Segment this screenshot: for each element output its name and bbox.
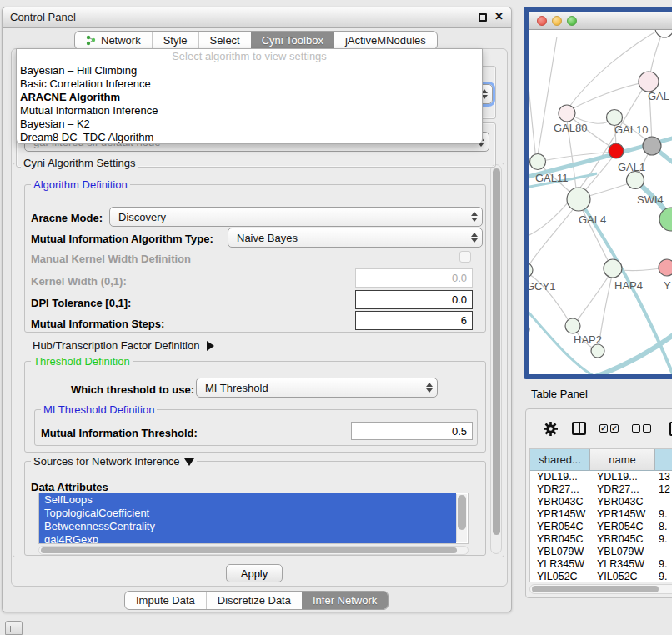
dropdown-item[interactable]: Bayesian – K2: [17, 118, 482, 131]
column-header-partial[interactable]: [655, 449, 672, 471]
which-threshold-label: Which threshold to use:: [71, 383, 194, 396]
tab-cyni-toolbox[interactable]: Cyni Toolbox: [251, 32, 334, 49]
tab-discretize-data[interactable]: Discretize Data: [206, 592, 302, 609]
which-threshold-combobox[interactable]: MI Threshold: [196, 378, 438, 398]
dpi-tolerance-field[interactable]: [355, 290, 473, 309]
float-panel-icon[interactable]: [479, 13, 487, 22]
svg-text:Y: Y: [664, 279, 671, 292]
tab-impute-data[interactable]: Impute Data: [125, 592, 206, 609]
hub-definition-toggle[interactable]: Hub/Transcription Factor Definition: [33, 339, 214, 352]
dropdown-item[interactable]: Mutual Information Inference: [17, 104, 482, 118]
table-row[interactable]: YIL052C YIL052C 9.: [530, 571, 672, 582]
manual-kernel-width-checkbox[interactable]: [459, 251, 471, 262]
minimize-window-icon[interactable]: [552, 16, 562, 26]
tab-jactivemnodules[interactable]: jActiveMNodules: [334, 32, 437, 49]
zoom-window-icon[interactable]: [567, 16, 577, 26]
collapse-down-icon[interactable]: [184, 458, 194, 466]
screen: Control Panel ✕ Network Style Select Cyn…: [0, 0, 672, 635]
node-table: shared... name YDL19... YDL19... 13 YDR2…: [529, 448, 672, 582]
columns-icon[interactable]: [572, 422, 586, 435]
table-row[interactable]: YBR043C YBR043C: [530, 496, 672, 508]
sources-title: Sources for Network Inference: [33, 455, 180, 468]
mi-algorithm-type-label: Mutual Information Algorithm Type:: [31, 232, 213, 245]
mi-steps-field[interactable]: [355, 311, 473, 330]
close-window-icon[interactable]: [537, 16, 547, 26]
network-node-hap4[interactable]: [604, 259, 622, 278]
algorithm-dropdown-popup: Select algorithm to view settings Bayesi…: [16, 48, 483, 144]
list-vertical-scrollbar[interactable]: [456, 494, 467, 542]
aracne-mode-label: Aracne Mode:: [31, 212, 103, 224]
table-row[interactable]: YPR145W YPR145W 9.: [530, 508, 672, 521]
column-header-name[interactable]: name: [590, 449, 655, 471]
expand-right-icon: [207, 341, 214, 351]
which-threshold-value: MI Threshold: [205, 382, 268, 394]
column-header-shared-name[interactable]: shared...: [530, 449, 590, 471]
aracne-mode-combobox[interactable]: Discovery: [109, 207, 483, 227]
network-node-y[interactable]: [659, 259, 672, 276]
svg-text:HAP2: HAP2: [574, 333, 602, 346]
network-node[interactable]: [591, 344, 604, 358]
tab-select[interactable]: Select: [198, 32, 251, 49]
network-node-gcy1[interactable]: [529, 262, 533, 278]
table-header-row: shared... name: [530, 449, 672, 471]
data-attributes-list[interactable]: SelfLoops TopologicalCoefficient Between…: [38, 492, 469, 544]
svg-text:SWI4: SWI4: [637, 193, 664, 206]
algorithm-dropdown-placeholder: Select algorithm to view settings: [17, 49, 482, 64]
svg-text:HAP4: HAP4: [614, 279, 643, 292]
network-canvas[interactable]: GAL GAL80 GAL10 GAL1 GAL11 SWI4 GAL4 GCY…: [529, 30, 672, 374]
table-row[interactable]: YDL19... YDL19... 13: [530, 471, 672, 483]
close-panel-icon[interactable]: ✕: [494, 10, 504, 22]
network-node[interactable]: [655, 30, 672, 38]
table-row[interactable]: YBL079W YBL079W: [530, 546, 672, 558]
network-graph: GAL GAL80 GAL10 GAL1 GAL11 SWI4 GAL4 GCY…: [529, 30, 672, 374]
svg-text:GAL10: GAL10: [614, 123, 648, 136]
deselect-all-checkboxes-icon[interactable]: [632, 424, 651, 432]
manual-kernel-width-label: Manual Kernel Width Definition: [31, 252, 191, 265]
kernel-width-field[interactable]: [355, 268, 473, 288]
select-all-checkboxes-icon[interactable]: ✓✓: [599, 424, 619, 432]
bottom-tabbar: Impute Data Discretize Data Infer Networ…: [124, 591, 389, 610]
network-icon: [86, 35, 97, 46]
mi-algorithm-type-combobox[interactable]: Naive Bayes: [228, 228, 483, 248]
network-node-gal4[interactable]: [567, 188, 590, 211]
table-row[interactable]: YER054C YER054C 8.: [530, 521, 672, 533]
dropdown-item[interactable]: Dream8 DC_TDC Algorithm: [17, 131, 482, 144]
svg-text:GAL11: GAL11: [535, 172, 569, 184]
gear-icon[interactable]: [543, 421, 559, 437]
network-node[interactable]: [529, 323, 529, 335]
attribute-item-selected[interactable]: BetweennessCentrality: [39, 520, 456, 533]
network-node-hap2[interactable]: [565, 318, 580, 333]
list-horizontal-scrollbar[interactable]: [38, 546, 469, 555]
dropdown-item[interactable]: Basic Correlation Inference: [17, 78, 482, 91]
table-panel-title: Table Panel: [531, 388, 588, 400]
tab-network[interactable]: Network: [75, 32, 152, 49]
table-horizontal-scrollbar[interactable]: [529, 584, 672, 594]
tab-infer-network[interactable]: Infer Network: [302, 592, 388, 609]
kernel-width-label: Kernel Width (0,1):: [31, 275, 127, 288]
table-row[interactable]: YLR345W YLR345W 9.: [530, 558, 672, 571]
svg-text:GAL4: GAL4: [579, 213, 606, 226]
attribute-item-selected[interactable]: SelfLoops: [39, 493, 456, 507]
svg-text:GCY1: GCY1: [529, 280, 555, 292]
tab-style[interactable]: Style: [152, 32, 198, 49]
mi-threshold-field[interactable]: [351, 422, 473, 440]
network-node-gal[interactable]: [639, 72, 659, 92]
algorithm-definition-title: Algorithm Definition: [33, 178, 128, 191]
mi-threshold-label: Mutual Information Threshold:: [41, 427, 198, 439]
network-node-gal1-selected[interactable]: [609, 143, 624, 158]
dropdown-item[interactable]: Bayesian – Hill Climbing: [17, 64, 482, 78]
dropdown-item-selected[interactable]: ARACNE Algorithm: [17, 91, 482, 104]
table-row[interactable]: YDR27... YDR27... 12: [530, 483, 672, 496]
restore-panel-button[interactable]: [5, 621, 23, 635]
apply-button[interactable]: Apply: [226, 564, 283, 582]
network-node-gal10[interactable]: [643, 137, 661, 155]
network-node[interactable]: [659, 208, 672, 231]
attribute-item-selected[interactable]: gal4RGexp: [39, 533, 456, 544]
network-node-labels: GAL GAL80 GAL10 GAL1 GAL11 SWI4 GAL4 GCY…: [529, 90, 671, 346]
table-row[interactable]: YBR045C YBR045C 9.: [530, 533, 672, 546]
network-node-gal80[interactable]: [559, 105, 575, 122]
attribute-item-selected[interactable]: TopologicalCoefficient: [39, 507, 456, 520]
mi-threshold-definition-title: MI Threshold Definition: [43, 403, 154, 416]
network-node-gal11[interactable]: [530, 154, 546, 170]
network-node-swi4[interactable]: [627, 172, 644, 189]
